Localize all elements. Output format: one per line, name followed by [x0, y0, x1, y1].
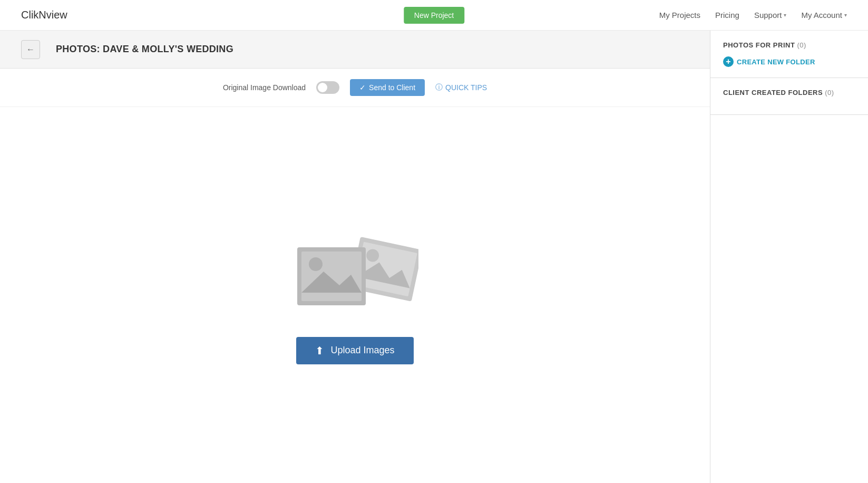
navbar-links: My Projects Pricing Support ▾ My Account… — [659, 11, 847, 20]
navbar-center: New Project — [404, 7, 464, 24]
page-title: PHOTOS: DAVE & MOLLY'S WEDDING — [56, 44, 233, 55]
original-image-download-label: Original Image Download — [223, 83, 306, 92]
upload-icon: ⬆ — [315, 344, 324, 357]
back-button[interactable]: ← — [21, 40, 40, 59]
my-account-dropdown-arrow: ▾ — [844, 12, 847, 18]
toolbar: Original Image Download ✓ Send to Client… — [0, 69, 710, 107]
sidebar: PHOTOS FOR PRINT (0) + CREATE NEW FOLDER… — [710, 31, 868, 483]
nav-my-account[interactable]: My Account ▾ — [801, 11, 847, 20]
photos-for-print-count: (0) — [797, 41, 806, 49]
quick-tips-button[interactable]: ⓘ QUICK TIPS — [435, 83, 487, 92]
send-to-client-button[interactable]: ✓ Send to Client — [350, 79, 425, 96]
create-new-folder-button[interactable]: + CREATE NEW FOLDER — [723, 56, 815, 67]
toggle-slider — [316, 81, 339, 94]
photos-for-print-section: PHOTOS FOR PRINT (0) + CREATE NEW FOLDER — [710, 31, 868, 78]
client-folders-title: CLIENT CREATED FOLDERS (0) — [723, 89, 855, 96]
nav-support[interactable]: Support ▾ — [754, 11, 787, 20]
page-header: ← PHOTOS: DAVE & MOLLY'S WEDDING — [0, 31, 710, 69]
main-content: ← PHOTOS: DAVE & MOLLY'S WEDDING Origina… — [0, 31, 710, 483]
back-arrow-icon: ← — [26, 45, 35, 54]
upload-area: ⬆ Upload Images — [0, 107, 710, 483]
page-layout: ← PHOTOS: DAVE & MOLLY'S WEDDING Origina… — [0, 31, 868, 483]
nav-pricing[interactable]: Pricing — [715, 11, 739, 20]
navbar: ClikNview New Project My Projects Pricin… — [0, 0, 868, 31]
brand-logo: ClikNview — [21, 9, 67, 21]
photos-for-print-title: PHOTOS FOR PRINT (0) — [723, 41, 855, 49]
support-dropdown-arrow: ▾ — [784, 12, 786, 18]
svg-point-6 — [309, 257, 323, 271]
client-created-folders-section: CLIENT CREATED FOLDERS (0) — [710, 78, 868, 115]
client-folders-count: (0) — [825, 89, 834, 96]
photo-placeholder-icon — [292, 226, 418, 321]
svg-rect-5 — [301, 252, 362, 301]
original-image-download-toggle[interactable] — [316, 81, 339, 94]
new-project-button[interactable]: New Project — [404, 7, 464, 24]
upload-images-button[interactable]: ⬆ Upload Images — [296, 337, 413, 364]
plus-icon: + — [723, 56, 734, 67]
nav-my-projects[interactable]: My Projects — [659, 11, 700, 20]
question-icon: ⓘ — [435, 83, 443, 92]
checkmark-icon: ✓ — [359, 83, 366, 92]
